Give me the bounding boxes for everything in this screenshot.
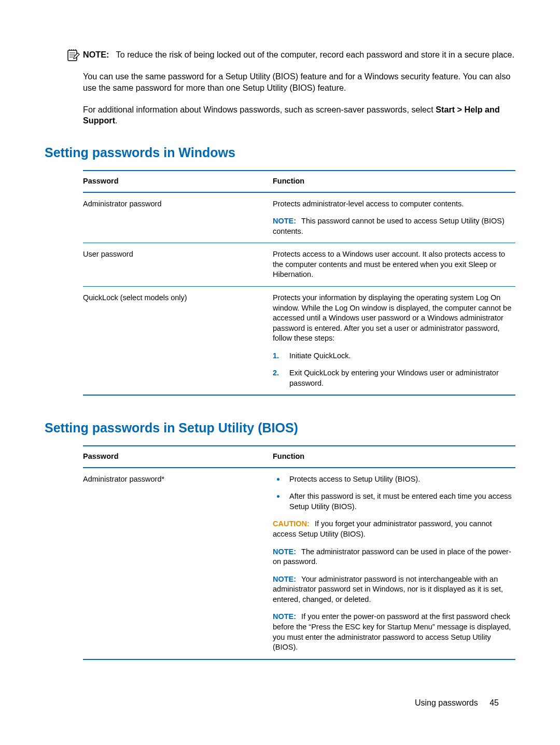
table-header-row: Password Function — [83, 171, 515, 192]
note-label: NOTE: — [83, 50, 109, 59]
page-number: 45 — [489, 698, 499, 707]
table-row: QuickLock (select models only) Protects … — [83, 286, 515, 395]
note-text: To reduce the risk of being locked out o… — [116, 50, 514, 59]
note-text: This password cannot be used to access S… — [273, 217, 505, 235]
note-text: If you enter the power-on password at th… — [273, 612, 511, 651]
table-header-row: Password Function — [83, 446, 515, 468]
function-note: NOTE:If you enter the power-on password … — [273, 612, 512, 652]
intro-para-1: You can use the same password for a Setu… — [83, 71, 515, 94]
col-function: Function — [273, 446, 515, 468]
caution-label: CAUTION: — [273, 519, 310, 528]
cell-function: Protects access to a Windows user accoun… — [273, 243, 515, 287]
table-row: Administrator password* Protects access … — [83, 468, 515, 659]
col-password: Password — [83, 171, 273, 192]
bullet-item: After this password is set, it must be e… — [273, 491, 512, 512]
function-text: Protects your information by displaying … — [273, 293, 512, 344]
note-label: NOTE: — [273, 547, 296, 556]
cell-password: Administrator password — [83, 192, 273, 243]
footer-title: Using passwords — [415, 698, 478, 707]
table-windows-passwords: Password Function Administrator password… — [83, 170, 515, 396]
intro-note: NOTE: To reduce the risk of being locked… — [83, 49, 515, 61]
note-text: The administrator password can be used i… — [273, 547, 511, 566]
table-bios-passwords: Password Function Administrator password… — [83, 445, 515, 659]
intro-block: NOTE: To reduce the risk of being locked… — [83, 49, 515, 126]
col-password: Password — [83, 446, 273, 468]
bullet-item: Protects access to Setup Utility (BIOS). — [273, 474, 512, 485]
function-text: Protects access to a Windows user accoun… — [273, 249, 512, 280]
table-row: User password Protects access to a Windo… — [83, 243, 515, 287]
cell-function: Protects access to Setup Utility (BIOS).… — [273, 468, 515, 659]
cell-password: Administrator password* — [83, 468, 273, 659]
cell-password: User password — [83, 243, 273, 287]
page-footer: Using passwords 45 — [415, 697, 499, 709]
function-caution: CAUTION:If you forget your administrator… — [273, 519, 512, 539]
note-text: Your administrator password is not inter… — [273, 575, 503, 603]
function-note: NOTE:Your administrator password is not … — [273, 574, 512, 605]
quicklock-steps: Initiate QuickLock. Exit QuickLock by en… — [273, 351, 512, 389]
step-item: Initiate QuickLock. — [273, 351, 512, 361]
note-label: NOTE: — [273, 217, 296, 225]
document-page: NOTE: To reduce the risk of being locked… — [0, 0, 560, 745]
step-item: Exit QuickLock by entering your Windows … — [273, 368, 512, 388]
heading-windows-passwords: Setting passwords in Windows — [45, 144, 515, 162]
note-icon — [66, 49, 80, 62]
function-text: Protects administrator-level access to c… — [273, 199, 512, 209]
table-row: Administrator password Protects administ… — [83, 192, 515, 243]
col-function: Function — [273, 171, 515, 192]
function-note: NOTE:The administrator password can be u… — [273, 547, 512, 567]
note-label: NOTE: — [273, 612, 296, 621]
cell-function: Protects administrator-level access to c… — [273, 192, 515, 243]
heading-bios-passwords: Setting passwords in Setup Utility (BIOS… — [45, 419, 515, 437]
cell-function: Protects your information by displaying … — [273, 286, 515, 395]
cell-password: QuickLock (select models only) — [83, 286, 273, 395]
note-label: NOTE: — [273, 575, 296, 583]
intro-para-2: For additional information about Windows… — [83, 104, 515, 127]
bios-bullets: Protects access to Setup Utility (BIOS).… — [273, 474, 512, 512]
function-note: NOTE:This password cannot be used to acc… — [273, 216, 512, 236]
